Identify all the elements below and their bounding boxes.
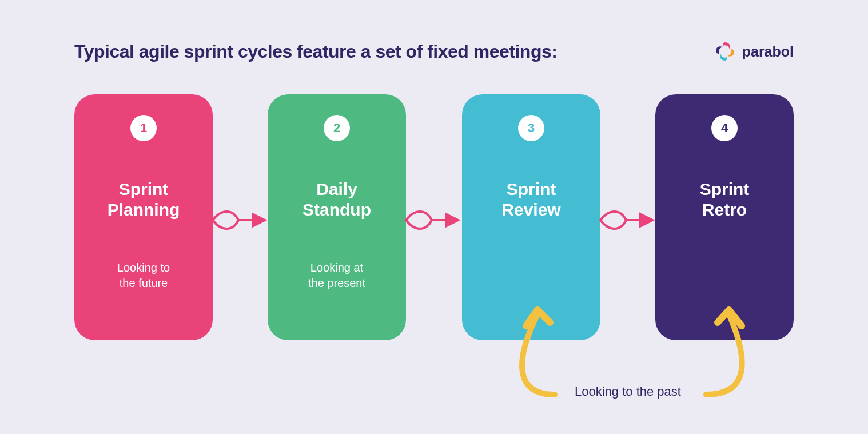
badge-number: 2 bbox=[333, 121, 340, 136]
badge-number: 4 bbox=[721, 121, 728, 136]
card-subtitle: Looking to the future bbox=[117, 260, 170, 291]
brand-name: parabol bbox=[742, 43, 794, 60]
card-title: Daily Standup bbox=[302, 179, 371, 220]
card-subtitle: Looking at the present bbox=[308, 260, 365, 291]
card-daily-standup: 2 Daily Standup Looking at the present bbox=[268, 94, 406, 340]
brand: parabol bbox=[714, 40, 794, 63]
caption-past: Looking to the past bbox=[575, 384, 681, 399]
badge-1: 1 bbox=[130, 115, 157, 141]
parabol-logo-icon bbox=[714, 40, 736, 63]
card-title: Sprint Planning bbox=[107, 179, 180, 220]
cards-row: 1 Sprint Planning Looking to the future … bbox=[74, 94, 794, 340]
badge-3: 3 bbox=[518, 115, 544, 141]
card-title: Sprint Retro bbox=[700, 179, 750, 220]
page-title: Typical agile sprint cycles feature a se… bbox=[74, 41, 557, 62]
card-title: Sprint Review bbox=[501, 179, 560, 220]
badge-2: 2 bbox=[324, 115, 350, 141]
badge-number: 1 bbox=[140, 121, 147, 136]
connector-arrow-icon bbox=[400, 203, 463, 237]
connector-arrow-icon bbox=[207, 203, 270, 237]
badge-number: 3 bbox=[528, 121, 535, 136]
card-sprint-review: 3 Sprint Review bbox=[462, 94, 600, 340]
connector-arrow-icon bbox=[595, 203, 658, 237]
badge-4: 4 bbox=[711, 115, 738, 141]
card-sprint-retro: 4 Sprint Retro bbox=[655, 94, 794, 340]
card-sprint-planning: 1 Sprint Planning Looking to the future bbox=[74, 94, 213, 340]
header: Typical agile sprint cycles feature a se… bbox=[74, 40, 794, 63]
